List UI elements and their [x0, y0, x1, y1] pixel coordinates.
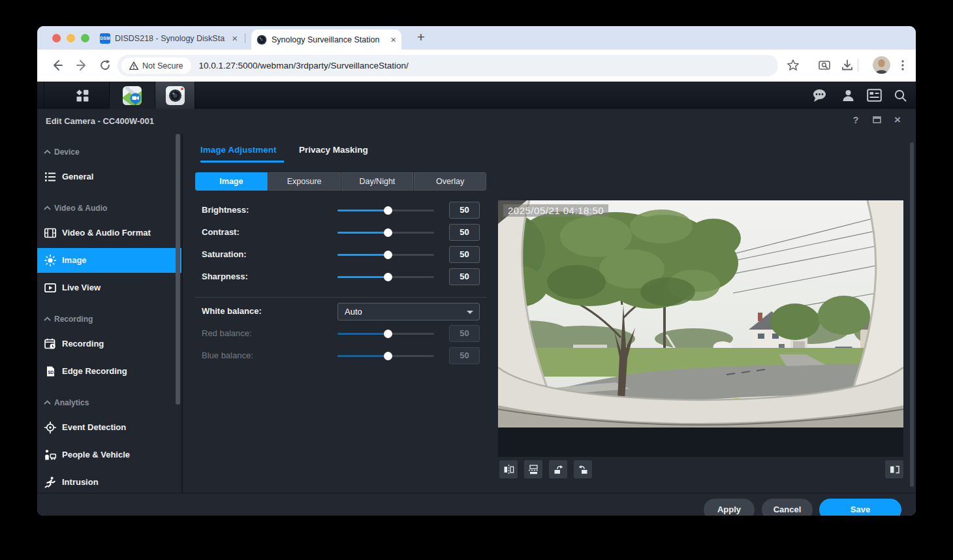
rotate-clockwise-icon [553, 464, 564, 475]
slider-fill [337, 254, 388, 256]
browser-tab-dsm[interactable]: DSM DISDS218 - Synology DiskSta × [95, 29, 243, 48]
tab-image-adjustment[interactable]: Image Adjustment [200, 145, 277, 155]
section-divider [195, 297, 486, 298]
sidebar-item-recording[interactable]: Recording [37, 332, 181, 356]
compare-view-icon [889, 464, 900, 475]
contrast-slider[interactable] [337, 232, 434, 234]
dsm-chat-button[interactable] [806, 82, 832, 109]
dsm-widgets-button[interactable] [861, 82, 887, 109]
brightness-value[interactable]: 50 [449, 202, 480, 219]
sidebar-section-video-audio[interactable]: Video & Audio [37, 202, 181, 215]
slider-knob [384, 330, 392, 338]
slider-knob[interactable] [384, 228, 392, 237]
apply-button[interactable]: Apply [704, 499, 755, 516]
subtab-day-night[interactable]: Day/Night [341, 172, 414, 191]
close-button[interactable]: × [891, 114, 904, 127]
traffic-close-button[interactable] [52, 34, 61, 42]
browser-tabstrip: DSM DISDS218 - Synology DiskSta × Synolo… [37, 26, 916, 50]
slider-fill [337, 210, 388, 211]
maximize-button[interactable] [870, 115, 883, 125]
subtab-exposure[interactable]: Exposure [268, 172, 341, 191]
back-icon[interactable] [51, 59, 64, 72]
sidebar-section-recording[interactable]: Recording [37, 313, 181, 326]
brightness-slider[interactable] [337, 210, 434, 211]
dsm-app-map-camera-button[interactable] [110, 82, 155, 109]
sidebar-scrollbar[interactable] [176, 134, 180, 405]
sidebar-item-label: Intrusion [62, 477, 99, 487]
sidebar-section-analytics[interactable]: Analytics [37, 396, 181, 409]
content-scrollbar[interactable] [910, 142, 914, 487]
flip-horizontal-button[interactable] [499, 460, 518, 478]
subtab-overlay[interactable]: Overlay [414, 172, 486, 191]
saturation-value[interactable]: 50 [449, 246, 480, 263]
traffic-minimize-button[interactable] [67, 34, 75, 42]
saturation-label: Saturation: [202, 249, 247, 259]
tab-title: DISDS218 - Synology DiskSta [115, 34, 227, 43]
flip-vertical-button[interactable] [524, 460, 542, 478]
bookmark-star-icon[interactable] [787, 59, 800, 72]
help-button[interactable]: ? [849, 115, 862, 125]
chevron-up-icon [44, 206, 51, 210]
sidebar-item-event-detection[interactable]: Event Detection [37, 415, 181, 440]
browser-window: DSM DISDS218 - Synology DiskSta × Synolo… [37, 26, 916, 516]
sidebar-item-image[interactable]: Image [37, 248, 181, 273]
url-text: 10.0.1.27:5000/webman/3rdparty/Surveilla… [199, 61, 409, 70]
dsm-separator [195, 82, 195, 109]
new-tab-button[interactable]: + [412, 28, 430, 46]
sidebar-item-people-vehicle[interactable]: People & Vehicle [37, 443, 181, 467]
tab-search-icon[interactable] [818, 59, 831, 72]
sidebar-item-live-view[interactable]: Live View [37, 275, 181, 300]
dsm-search-button[interactable] [887, 82, 913, 109]
sidebar-section-device[interactable]: Device [37, 146, 181, 159]
user-icon [841, 89, 855, 102]
white-balance-dropdown[interactable]: Auto [337, 303, 480, 320]
security-chip[interactable]: Not Secure [121, 57, 191, 74]
slider-knob[interactable] [384, 206, 392, 215]
download-icon[interactable] [841, 59, 854, 72]
dsm-app-surveillance-station-button[interactable] [155, 82, 195, 109]
sidebar-item-general[interactable]: General [37, 164, 181, 189]
rotate-counterclockwise-button[interactable] [574, 460, 592, 478]
profile-avatar[interactable] [873, 56, 890, 74]
main-menu-icon [76, 89, 89, 102]
sidebar-item-edge-recording[interactable]: SD Edge Recording [37, 359, 181, 384]
sidebar-item-video-audio-format[interactable]: Video & Audio Format [37, 221, 181, 245]
red-balance-label: Red balance: [202, 328, 252, 338]
section-label: Recording [54, 315, 93, 324]
brightness-label: Brightness: [202, 205, 249, 215]
reload-icon[interactable] [99, 59, 112, 72]
tab-privacy-masking[interactable]: Privacy Masking [299, 145, 368, 155]
osd-timestamp: 2025/05/21 04:18:50 [503, 204, 608, 217]
slider-knob[interactable] [384, 273, 392, 281]
camera-preview-panel: 2025/05/21 04:18:50 [498, 200, 903, 457]
cancel-button[interactable]: Cancel [762, 499, 813, 516]
surveillance-station-app-icon [165, 86, 185, 106]
brightness-icon [44, 254, 57, 267]
rotate-clockwise-button[interactable] [549, 460, 567, 478]
saturation-slider[interactable] [337, 254, 434, 256]
forward-icon[interactable] [75, 59, 88, 72]
dsm-user-menu-button[interactable] [835, 82, 861, 109]
compare-view-button[interactable] [885, 460, 903, 478]
traffic-zoom-button[interactable] [81, 34, 89, 42]
flip-vertical-icon [528, 464, 539, 475]
dsm-main-menu-button[interactable] [62, 82, 102, 109]
subtab-image[interactable]: Image [195, 172, 268, 191]
address-bar[interactable]: Not Secure 10.0.1.27:5000/webman/3rdpart… [117, 55, 778, 76]
white-balance-label: White balance: [202, 306, 262, 316]
chevron-up-icon [44, 149, 51, 154]
sidebar-item-label: Live View [62, 283, 101, 292]
tab-close-icon[interactable]: × [232, 33, 238, 43]
sharpness-value[interactable]: 50 [449, 268, 480, 285]
slider-knob[interactable] [384, 251, 392, 259]
tab-close-icon[interactable]: × [390, 35, 396, 44]
sidebar-item-intrusion[interactable]: Intrusion [37, 470, 181, 495]
intrusion-runner-icon [44, 476, 57, 489]
list-icon [44, 170, 57, 183]
browser-tab-surveillance[interactable]: Synology Surveillance Station × [251, 29, 401, 50]
save-button[interactable]: Save [819, 499, 901, 516]
blue-balance-label: Blue balance: [202, 350, 253, 360]
sharpness-slider[interactable] [337, 276, 434, 278]
contrast-value[interactable]: 50 [449, 224, 480, 241]
browser-menu-kebab-icon[interactable] [896, 59, 909, 72]
